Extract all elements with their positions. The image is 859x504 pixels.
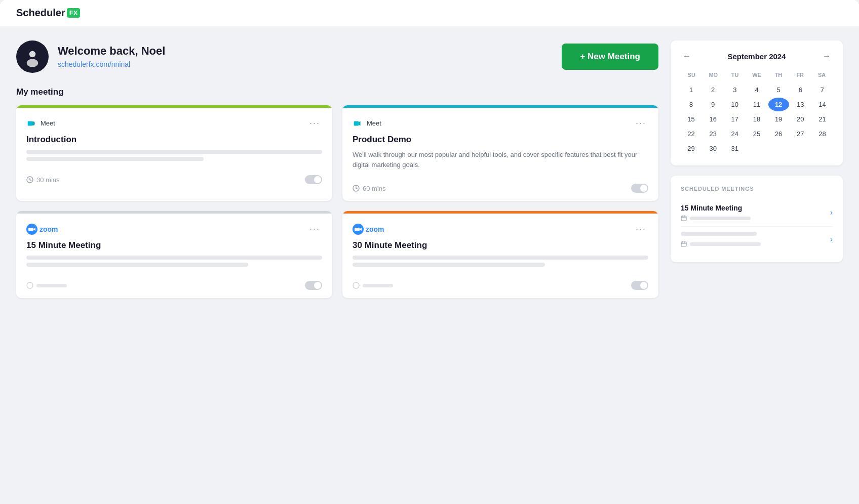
cal-day[interactable]: 14 <box>812 98 833 111</box>
cal-day[interactable]: 4 <box>746 83 767 97</box>
cal-day[interactable]: 24 <box>724 127 745 141</box>
placeholder-line-2 <box>26 157 204 161</box>
my-meetings-section: My meeting <box>16 87 658 298</box>
cal-day-empty <box>746 142 767 155</box>
cal-day[interactable]: 19 <box>768 112 789 126</box>
meeting-card-30min[interactable]: zoom ··· 30 Minute Meeting <box>342 211 658 298</box>
scheduled-item-1[interactable]: 15 Minute Meeting › <box>681 199 833 227</box>
cal-header-mo: MO <box>702 70 724 80</box>
toggle-30min[interactable] <box>631 281 648 290</box>
scheduled-date-placeholder-2 <box>690 242 761 246</box>
scheduled-item-left-2 <box>681 232 830 247</box>
cal-day[interactable]: 16 <box>702 112 723 126</box>
card-menu-30min[interactable]: ··· <box>634 223 648 235</box>
toggle-15min[interactable] <box>305 281 322 290</box>
svg-point-1 <box>29 51 36 58</box>
placeholder-line-15min-1 <box>26 256 322 260</box>
clock-icon-intro <box>26 176 33 183</box>
profile-link[interactable]: schedulerfx.com/nninal <box>58 60 130 68</box>
card-menu-product-demo[interactable]: ··· <box>634 117 648 130</box>
cal-day[interactable]: 15 <box>681 112 701 126</box>
cal-day[interactable]: 17 <box>724 112 745 126</box>
scheduled-item-name-1: 15 Minute Meeting <box>681 204 830 212</box>
cal-day[interactable]: 10 <box>724 98 745 111</box>
card-platform-meet: Meet <box>26 118 55 129</box>
cal-day[interactable]: 25 <box>746 127 767 141</box>
cal-day[interactable]: 3 <box>724 83 745 97</box>
meeting-card-15min[interactable]: zoom ··· 15 Minute Meeting <box>16 211 332 298</box>
card-content-15min: zoom ··· 15 Minute Meeting <box>16 214 332 298</box>
card-menu-intro[interactable]: ··· <box>307 117 322 130</box>
meeting-card-intro[interactable]: Meet ··· Introduction <box>16 105 332 201</box>
cal-day[interactable]: 23 <box>702 127 723 141</box>
cal-day[interactable]: 9 <box>702 98 723 111</box>
right-sidebar: ← September 2024 → SU MO TU WE TH FR SA <box>671 40 843 298</box>
cal-day[interactable]: 18 <box>746 112 767 126</box>
toggle-intro[interactable] <box>305 175 322 184</box>
svg-rect-7 <box>28 121 32 125</box>
cal-day[interactable]: 31 <box>724 142 745 155</box>
card-content-30min: zoom ··· 30 Minute Meeting <box>342 214 658 298</box>
cal-day-today[interactable]: 12 <box>768 98 789 111</box>
scheduled-name-placeholder-2 <box>681 232 757 236</box>
cal-day[interactable]: 6 <box>790 83 811 97</box>
card-header-product-demo: Meet ··· <box>353 117 648 130</box>
left-content: Welcome back, Noel schedulerfx.com/nnina… <box>16 40 658 298</box>
main-layout: Welcome back, Noel schedulerfx.com/nnina… <box>0 26 859 312</box>
cal-day[interactable]: 13 <box>790 98 811 111</box>
cal-day[interactable]: 7 <box>812 83 833 97</box>
scheduled-item-left-1: 15 Minute Meeting <box>681 204 830 221</box>
calendar-prev-button[interactable]: ← <box>681 51 693 62</box>
svg-point-2 <box>27 59 38 67</box>
card-menu-15min[interactable]: ··· <box>307 223 322 235</box>
cal-header-we: WE <box>746 70 768 80</box>
cal-day[interactable]: 28 <box>812 127 833 141</box>
cal-day[interactable]: 29 <box>681 142 701 155</box>
cal-day[interactable]: 27 <box>790 127 811 141</box>
calendar-next-button[interactable]: → <box>821 51 833 62</box>
card-content-product-demo: Meet ··· Product Demo We'll walk through… <box>342 108 658 201</box>
cal-day-empty <box>768 142 789 155</box>
logo-name: Scheduler <box>16 7 65 19</box>
duration-placeholder-15min <box>36 284 67 287</box>
new-meeting-button[interactable]: + New Meeting <box>562 44 658 70</box>
cal-day[interactable]: 5 <box>768 83 789 97</box>
clock-icon-15min <box>26 282 33 289</box>
cal-day[interactable]: 20 <box>790 112 811 126</box>
cal-header-tu: TU <box>724 70 746 80</box>
card-duration-15min <box>26 282 67 289</box>
cal-day[interactable]: 21 <box>812 112 833 126</box>
toggle-product-demo[interactable] <box>631 184 648 193</box>
cal-day[interactable]: 1 <box>681 83 701 97</box>
calendar-month-title: September 2024 <box>727 52 786 61</box>
placeholder-line-30min-2 <box>353 263 545 267</box>
card-duration-intro: 30 mins <box>26 176 60 184</box>
cal-day[interactable]: 2 <box>702 83 723 97</box>
meet-icon <box>26 118 37 129</box>
card-header-intro: Meet ··· <box>26 117 322 130</box>
zoom-text-15min: zoom <box>40 225 58 233</box>
scheduled-item-2[interactable]: › <box>681 227 833 252</box>
meeting-card-product-demo[interactable]: Meet ··· Product Demo We'll walk through… <box>342 105 658 201</box>
svg-point-12 <box>27 282 33 288</box>
meet-label-demo: Meet <box>367 119 381 127</box>
cal-header-su: SU <box>681 70 702 80</box>
card-description-product-demo: We'll walk through our most popular and … <box>353 150 648 170</box>
cal-header-sa: SA <box>811 70 833 80</box>
cal-day[interactable]: 22 <box>681 127 701 141</box>
cal-day[interactable]: 8 <box>681 98 701 111</box>
section-title: My meeting <box>16 87 658 97</box>
card-platform-meet2: Meet <box>353 118 381 129</box>
scheduled-meetings-card: SCHEDULED MEETINGS 15 Minute Meeting <box>671 176 843 262</box>
cal-day[interactable]: 26 <box>768 127 789 141</box>
zoom-text-30min: zoom <box>366 225 384 233</box>
zoom-logo-30min: zoom <box>353 224 384 235</box>
card-footer-30min <box>353 275 648 290</box>
zoom-icon-30min <box>353 224 364 235</box>
cal-day[interactable]: 11 <box>746 98 767 111</box>
placeholder-line-1 <box>26 150 322 154</box>
card-title-30min: 30 Minute Meeting <box>353 240 648 250</box>
card-footer-15min <box>26 275 322 290</box>
cal-day[interactable]: 30 <box>702 142 723 155</box>
cal-header-fr: FR <box>789 70 811 80</box>
